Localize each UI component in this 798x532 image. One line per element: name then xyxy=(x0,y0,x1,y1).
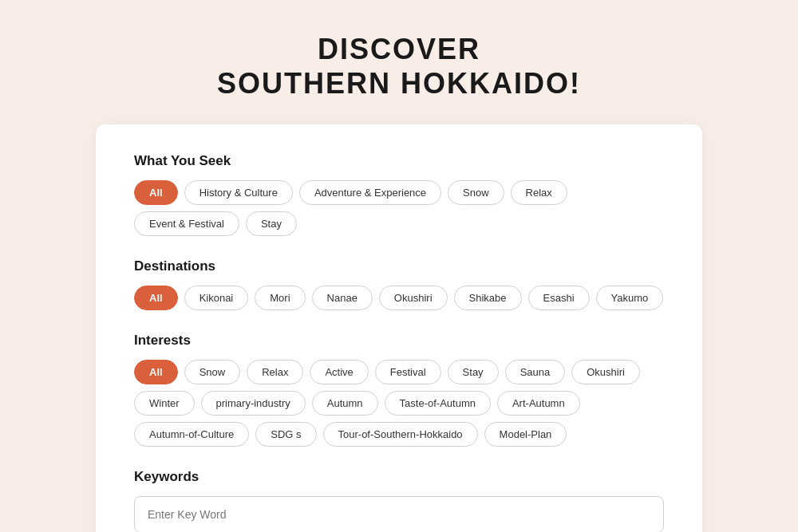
tag-art-autumn[interactable]: Art-Autumn xyxy=(497,391,580,416)
tag-esashi[interactable]: Esashi xyxy=(528,286,590,310)
what-you-seek-section: What You Seek AllHistory & CultureAdvent… xyxy=(134,153,664,236)
tag-autumn[interactable]: Autumn xyxy=(312,391,378,416)
tag-sdgs[interactable]: SDG s xyxy=(255,422,316,447)
keywords-section: Keywords xyxy=(134,469,664,532)
tag-sauna[interactable]: Sauna xyxy=(505,360,566,384)
destinations-label: Destinations xyxy=(134,258,664,274)
what-you-seek-tags: AllHistory & CultureAdventure & Experien… xyxy=(134,180,664,236)
tag-yakumo[interactable]: Yakumo xyxy=(596,286,664,310)
tag-shikabe[interactable]: Shikabe xyxy=(454,286,522,310)
tag-all[interactable]: All xyxy=(134,180,178,205)
keywords-label: Keywords xyxy=(134,469,664,485)
tag-relax[interactable]: Relax xyxy=(247,360,303,384)
tag-history-culture[interactable]: History & Culture xyxy=(184,180,293,205)
search-card: What You Seek AllHistory & CultureAdvent… xyxy=(96,124,702,532)
tag-autumn-of-culture[interactable]: Autumn-of-Culture xyxy=(134,422,249,447)
interests-section: Interests AllSnowRelaxActiveFestivalStay… xyxy=(134,333,664,447)
tag-model-plan[interactable]: Model-Plan xyxy=(484,422,567,447)
tag-mori[interactable]: Mori xyxy=(255,286,305,310)
tag-all[interactable]: All xyxy=(134,360,178,384)
tag-stay[interactable]: Stay xyxy=(246,211,297,236)
tag-kikonai[interactable]: Kikonai xyxy=(184,286,249,310)
tag-stay[interactable]: Stay xyxy=(448,360,499,384)
tag-event-festival[interactable]: Event & Festival xyxy=(134,211,239,236)
title-line2: SOUTHERN HOKKAIDO! xyxy=(217,67,581,100)
tag-active[interactable]: Active xyxy=(310,360,368,384)
tag-taste-of-autumn[interactable]: Taste-of-Autumn xyxy=(385,391,491,416)
tag-relax[interactable]: Relax xyxy=(511,180,567,205)
destinations-section: Destinations AllKikonaiMoriNanaeOkushiri… xyxy=(134,258,664,310)
destinations-tags: AllKikonaiMoriNanaeOkushiriShikabeEsashi… xyxy=(134,286,664,310)
tag-winter[interactable]: Winter xyxy=(134,391,195,416)
title-line1: DISCOVER xyxy=(318,33,480,65)
tag-primary-industry[interactable]: primary-industry xyxy=(201,391,306,416)
tag-nanae[interactable]: Nanae xyxy=(312,286,373,310)
tag-all[interactable]: All xyxy=(134,286,178,310)
tag-snow[interactable]: Snow xyxy=(184,360,241,384)
interests-tags: AllSnowRelaxActiveFestivalStaySaunaOkush… xyxy=(134,360,664,447)
tag-festival[interactable]: Festival xyxy=(375,360,441,384)
page-title: DISCOVER SOUTHERN HOKKAIDO! xyxy=(217,32,581,100)
tag-adventure-experience[interactable]: Adventure & Experience xyxy=(299,180,441,205)
keyword-input[interactable] xyxy=(134,496,664,532)
tag-okushiri[interactable]: Okushiri xyxy=(571,360,640,384)
tag-snow[interactable]: Snow xyxy=(448,180,504,205)
what-you-seek-label: What You Seek xyxy=(134,153,664,169)
tag-okushiri[interactable]: Okushiri xyxy=(379,286,448,310)
interests-label: Interests xyxy=(134,333,664,349)
tag-tour-southern-hokkaido[interactable]: Tour-of-Southern-Hokkaido xyxy=(323,422,478,447)
